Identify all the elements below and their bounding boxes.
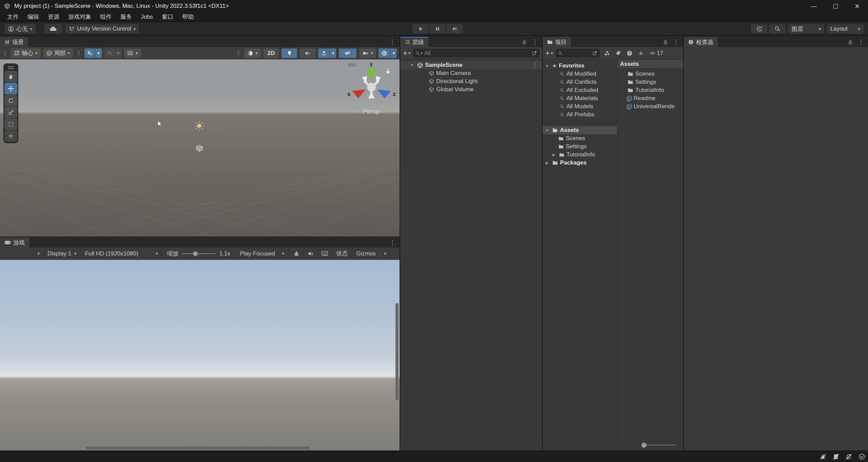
gizmos-toggle[interactable]	[379, 49, 390, 58]
favorites-root[interactable]: ▼ ★ Favorites	[543, 62, 617, 70]
zoom-slider-thumb[interactable]	[193, 251, 198, 256]
version-control-dropdown[interactable]: Unity Version Control ▾	[65, 24, 139, 34]
effects-options-dropdown[interactable]: ▾	[330, 49, 336, 58]
search-by-type-icon[interactable]	[604, 50, 610, 56]
open-search-window-icon[interactable]	[592, 51, 597, 56]
global-volume-gizmo[interactable]	[195, 144, 204, 152]
debug-button[interactable]	[289, 248, 304, 260]
scene-camera-dropdown[interactable]: ▾	[359, 49, 376, 58]
menu-file[interactable]: 文件	[3, 12, 23, 22]
hierarchy-item-global-volume[interactable]: Global Volume	[400, 85, 542, 94]
audio-toggle[interactable]	[300, 49, 315, 58]
layout-dropdown[interactable]: Layout ▾	[827, 24, 864, 34]
snap-increment-dropdown[interactable]: ▾	[124, 49, 141, 58]
minimize-button[interactable]: —	[803, 0, 825, 12]
menu-jobs[interactable]: Jobs	[136, 12, 157, 22]
transform-tool-button[interactable]	[4, 130, 17, 142]
shading-mode-dropdown[interactable]: ▾	[244, 49, 261, 58]
drag-handle[interactable]	[237, 50, 239, 56]
2d-toggle[interactable]: 2D	[263, 49, 279, 58]
overlay-drag-handle[interactable]	[8, 65, 14, 70]
grid-snap-toggle[interactable]: Y	[84, 49, 95, 58]
hierarchy-create-dropdown[interactable]: + ▾	[403, 50, 410, 57]
favorite-item[interactable]: All Models	[543, 102, 617, 111]
cloud-button[interactable]	[44, 24, 62, 34]
unlock-icon[interactable]	[848, 39, 853, 45]
hierarchy-item-directional-light[interactable]: Directional Light	[400, 77, 542, 85]
foldout-closed-icon[interactable]: ▶	[544, 161, 550, 165]
project-search-input[interactable]	[564, 50, 591, 57]
close-button[interactable]: ×	[846, 0, 868, 12]
tab-hierarchy[interactable]: 层级	[400, 37, 428, 47]
gizmos-options-dropdown[interactable]: ▾	[390, 49, 397, 58]
asset-file-universalrenderpipeline[interactable]: {} UniversalRende	[617, 102, 683, 111]
drag-handle[interactable]	[78, 50, 80, 56]
project-search[interactable]	[556, 49, 600, 57]
game-view-mode-dropdown[interactable]: ▾	[0, 248, 43, 260]
zoom-slider[interactable]	[182, 251, 216, 256]
grid-snap-options-dropdown[interactable]: ▾	[95, 49, 102, 58]
lighting-toggle[interactable]	[282, 49, 297, 58]
scene-viewport[interactable]: y x z <Persp	[0, 59, 400, 236]
pause-button[interactable]	[429, 24, 446, 34]
asset-zoom-slider-thumb[interactable]	[641, 443, 647, 448]
project-menu-kebab-icon[interactable]: ⋮	[673, 38, 679, 46]
undo-history-button[interactable]	[751, 24, 767, 34]
tree-folder-tutorialinfo[interactable]: ▶ TutorialInfo	[543, 151, 617, 159]
asset-folder-settings[interactable]: Settings	[617, 78, 683, 86]
cache-server-status-button[interactable]	[829, 451, 842, 462]
packages-root-row[interactable]: ▶ Packages	[543, 159, 617, 167]
hierarchy-menu-kebab-icon[interactable]: ⋮	[532, 38, 538, 46]
menu-component[interactable]: 组件	[96, 12, 116, 22]
game-viewport[interactable]	[0, 260, 400, 450]
tree-folder-scenes[interactable]: Scenes	[543, 134, 617, 142]
assets-root-row[interactable]: ▼ Assets	[543, 126, 617, 134]
scene-orientation-gizmo[interactable]: y x z	[346, 61, 397, 112]
maximize-button[interactable]	[825, 0, 846, 12]
drag-handle[interactable]	[4, 50, 6, 56]
menu-help[interactable]: 帮助	[178, 12, 198, 22]
display-dropdown[interactable]: Display 1 ▾	[43, 248, 81, 260]
pivot-mode-dropdown[interactable]: 轴心 ▾	[11, 49, 41, 58]
asset-folder-tutorialinfo[interactable]: TutorialInfo	[617, 86, 683, 94]
snap-toggle[interactable]	[104, 49, 115, 58]
asset-folder-scenes[interactable]: Scenes	[617, 70, 683, 78]
visibility-count[interactable]: 17	[649, 50, 663, 57]
favorite-item[interactable]: All Excluded	[543, 86, 617, 94]
project-create-dropdown[interactable]: + ▾	[545, 50, 553, 57]
account-dropdown[interactable]: 心无 ▾	[5, 24, 36, 34]
global-search-button[interactable]	[769, 24, 786, 34]
favorite-item[interactable]: All Prefabs	[543, 111, 617, 119]
foldout-open-icon[interactable]: ▼	[544, 64, 550, 68]
hierarchy-scene-row[interactable]: ▼ SampleScene ⋮	[400, 61, 542, 69]
game-horizontal-scrollbar[interactable]	[86, 446, 310, 449]
tab-game[interactable]: 游戏	[0, 237, 29, 248]
search-by-label-icon[interactable]	[615, 50, 621, 56]
rect-tool-button[interactable]	[4, 118, 17, 130]
auto-refresh-status-button[interactable]	[842, 451, 855, 462]
tab-scene[interactable]: 场景	[0, 37, 28, 47]
inspector-menu-kebab-icon[interactable]: ⋮	[858, 38, 864, 46]
onscreen-keyboard-button[interactable]	[318, 248, 332, 260]
foldout-open-icon[interactable]: ▼	[409, 63, 415, 67]
asset-zoom-slider[interactable]	[642, 445, 676, 445]
snap-options-dropdown[interactable]: ▾	[115, 49, 122, 58]
debugger-status-button[interactable]	[816, 451, 829, 462]
menu-services[interactable]: 服务	[116, 12, 136, 22]
favorite-item[interactable]: All Materials	[543, 94, 617, 102]
open-search-window-icon[interactable]	[532, 51, 537, 56]
search-by-warning-icon[interactable]	[626, 50, 633, 56]
unlock-icon[interactable]	[522, 39, 527, 45]
collab-status-button[interactable]	[855, 451, 868, 462]
asset-file-readme[interactable]: {} Readme	[617, 94, 683, 102]
tab-inspector[interactable]: 检查器	[684, 37, 718, 47]
scale-tool-button[interactable]	[4, 107, 17, 118]
directional-light-gizmo[interactable]	[194, 121, 204, 131]
foldout-closed-icon[interactable]: ▶	[551, 153, 557, 157]
menu-edit[interactable]: 编辑	[23, 12, 43, 22]
mute-audio-button[interactable]	[304, 248, 318, 260]
scene-visibility-toggle[interactable]	[339, 49, 356, 58]
view-tool-button[interactable]	[4, 71, 17, 82]
projection-toggle[interactable]: <Persp	[357, 108, 380, 115]
rotate-tool-button[interactable]	[4, 95, 17, 106]
